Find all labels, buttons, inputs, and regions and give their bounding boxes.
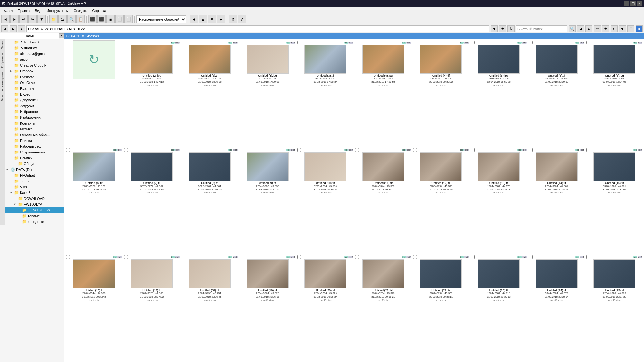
thumb-cell-5[interactable]: icc exif Untitled (3).tif 2280×3312 · 44…	[296, 39, 354, 147]
tree-item-savedgames[interactable]: 📁Сохраненные иг...	[5, 149, 64, 155]
thumb-checkbox-18[interactable]	[471, 148, 475, 152]
color-btn[interactable]: ■	[636, 25, 643, 32]
tree-item-music[interactable]: 📁Музыка	[5, 126, 64, 132]
thumb-cell-18[interactable]: icc exif Untitled (13).tif 2264×3384 · 4…	[470, 147, 528, 254]
thumb-checkbox-28[interactable]	[471, 255, 475, 259]
thumb-checkbox-16[interactable]	[355, 148, 359, 152]
thumb-checkbox-8[interactable]	[471, 41, 475, 44]
thumb-cell-22[interactable]: icc exif Untitled (17).tif 2264×3320 · 4…	[123, 254, 181, 361]
tb-nav2[interactable]: ▲	[199, 15, 207, 23]
side-label-favorites[interactable]: Избранное	[0, 51, 5, 70]
thumb-cell-6[interactable]: icc exif Untitled (4).jpg 3312×2280 · 94…	[354, 39, 412, 147]
menu-tools[interactable]: Инструменты	[44, 8, 71, 13]
tb-right[interactable]: ►	[217, 15, 225, 23]
tree-item-download[interactable]: 📁DOWNLOAD	[5, 196, 64, 201]
tree-item-searches[interactable]: 📁Поиски	[5, 138, 64, 144]
tb-forward[interactable]: ►	[10, 15, 19, 23]
thumb-checkbox-24[interactable]	[240, 255, 243, 259]
thumb-checkbox-13[interactable]	[182, 148, 185, 152]
tree-item-dropbox[interactable]: ►📁Dropbox	[5, 68, 64, 74]
thumb-cell-10[interactable]: icc exif Untitled (6).jpg 2240×3360 · 1 …	[585, 39, 643, 147]
tree-item-evernote[interactable]: 📁Evernote	[5, 74, 64, 80]
thumb-checkbox-22[interactable]	[124, 255, 128, 259]
tree-item-almazavr[interactable]: 📁almazavr@gmail...	[5, 51, 64, 57]
tree-item-ffoutput[interactable]: 📁FFOutput	[5, 172, 64, 178]
thumb-cell-8[interactable]: icc exif Untitled (5).jpg 2240×2264 · 1 …	[470, 39, 528, 147]
thumb-checkbox-26[interactable]	[355, 255, 359, 259]
tb-dropdown-arrow[interactable]: ▼	[37, 15, 46, 23]
addr-star-btn[interactable]: ★	[499, 25, 506, 32]
addr-up-btn[interactable]: ▲	[18, 25, 25, 32]
tree-item-datad[interactable]: ▼💿DATA (D:)	[5, 167, 64, 172]
thumb-checkbox-12[interactable]	[124, 148, 128, 152]
thumb-checkbox-10[interactable]	[586, 41, 590, 44]
tree-item-common[interactable]: 📁Общие	[5, 161, 64, 167]
menu-view[interactable]: Вид	[32, 8, 44, 13]
addr-back-btn[interactable]: ◄	[1, 25, 8, 32]
tree-item-desktop[interactable]: 📁Рабочий стол	[5, 144, 64, 149]
thumb-cell-9[interactable]: icc exif Untitled (5).tif 2280×3376 · 45…	[528, 39, 586, 147]
filter-toggle-btn[interactable]: ▼	[619, 25, 626, 32]
tb-open-folder[interactable]: 📁	[49, 15, 58, 23]
search-btn[interactable]: 🔍	[569, 25, 576, 32]
filter-btn1[interactable]: ◄	[577, 25, 584, 32]
grid-view-btn[interactable]: ⊞	[627, 25, 634, 32]
thumb-checkbox-14[interactable]	[240, 148, 243, 152]
tree-item-holodnye[interactable]: 📁холодные	[5, 219, 64, 225]
layout-dropdown[interactable]: Расположение областей	[136, 15, 186, 23]
thumb-checkbox-2[interactable]	[124, 41, 128, 44]
tree-item-links[interactable]: 📁Ссылки	[5, 155, 64, 161]
tree-item-teplye[interactable]: 📁теплые	[5, 213, 64, 219]
thumb-checkbox-30[interactable]	[586, 255, 590, 259]
close-button[interactable]: ✕	[637, 1, 642, 6]
pencil-btn[interactable]: ✏	[594, 25, 601, 32]
thumb-checkbox-23[interactable]	[182, 255, 185, 259]
thumb-cell-20[interactable]: icc exif Untitled (15).tif 3320×2376 · 4…	[585, 147, 643, 254]
thumb-cell-13[interactable]: icc exif Untitled (8).tif 3320×2264 · 44…	[181, 147, 239, 254]
tree-item-olya1819fw[interactable]: 📁OLYA1819FW	[5, 207, 64, 213]
thumb-cell-1[interactable]: ↻	[65, 39, 123, 147]
addr-refresh-btn[interactable]: ↻	[507, 25, 515, 32]
tree-item-creativecloud[interactable]: 📁Creative Cloud Fi	[5, 62, 64, 68]
tree-item-onedrive[interactable]: 📁OneDrive	[5, 80, 64, 86]
thumb-cell-2[interactable]: icc exif Untitled (2).jpg 2280×3248 · 82…	[123, 39, 181, 147]
restore-button[interactable]: ❐	[630, 1, 636, 6]
thumb-cell-23[interactable]: icc exif Untitled (18).tif 2264×3296 · 4…	[181, 254, 239, 361]
thumb-checkbox-11[interactable]	[66, 148, 70, 152]
thumb-cell-7[interactable]: icc exif Untitled (4).tif 2280×3312 · 45…	[412, 39, 470, 147]
thumb-cell-15[interactable]: icc exif Untitled (10).tif 3280×2264 · 4…	[296, 147, 354, 254]
tree-item-kati3[interactable]: ▼📁Кати 3	[5, 190, 64, 196]
thumb-cell-28[interactable]: icc exif Untitled (23).tif 2264×3384 · 4…	[470, 254, 528, 361]
minimize-button[interactable]: —	[624, 1, 629, 6]
thumb-checkbox-17[interactable]	[413, 148, 417, 152]
thumb-cell-17[interactable]: icc exif Untitled (12).tif 3280×2264 · 4…	[412, 147, 470, 254]
thumb-checkbox-4[interactable]	[240, 41, 243, 44]
tb-redo[interactable]: ↪	[28, 15, 37, 23]
search-input[interactable]	[516, 25, 567, 32]
tb-new-folder[interactable]: 🗂	[58, 15, 67, 23]
address-input[interactable]	[26, 25, 489, 32]
thumb-cell-11[interactable]: icc exif Untitled (6).tif 2280×3376 · 45…	[65, 147, 123, 254]
filter-btn2[interactable]: ►	[585, 25, 592, 32]
tb-nav3[interactable]: ▼	[208, 15, 216, 23]
thumb-checkbox-20[interactable]	[586, 148, 590, 152]
tree-item-ansel[interactable]: 📁ansel	[5, 57, 64, 62]
menu-edit[interactable]: Правка	[15, 8, 32, 13]
thumb-checkbox-6[interactable]	[355, 41, 359, 44]
tree-item-documents[interactable]: 📁Документы	[5, 97, 64, 103]
tb-copy[interactable]: 📋	[76, 15, 85, 23]
tree-item-roaming[interactable]: 📁Roaming	[5, 86, 64, 91]
addr-go-btn[interactable]: ▼	[491, 25, 498, 32]
tree-item-images[interactable]: 📁Изображения	[5, 115, 64, 120]
thumb-cell-4[interactable]: icc exif Untitled (3).jpg 3312×2280 · 92…	[239, 39, 297, 147]
thumb-cell-26[interactable]: icc exif Untitled (21).tif 2264×3264 · 4…	[354, 254, 412, 361]
addr-forward-btn[interactable]: ►	[10, 25, 17, 32]
thumb-cell-29[interactable]: icc exif Untitled (24).tif 3344×2264 · 4…	[528, 254, 586, 361]
tree-item-downloads[interactable]: 📁Загрузки	[5, 103, 64, 109]
thumb-cell-12[interactable]: icc exif Untitled (7).tif 3376×2272 · 44…	[123, 147, 181, 254]
tree-item-temp[interactable]: 📁Temp	[5, 178, 64, 184]
tb-view5[interactable]: ⬜	[124, 15, 133, 23]
thumb-checkbox-5[interactable]	[297, 41, 301, 44]
menu-create[interactable]: Создать	[71, 8, 90, 13]
tb-view4[interactable]: ⬜	[115, 15, 124, 23]
